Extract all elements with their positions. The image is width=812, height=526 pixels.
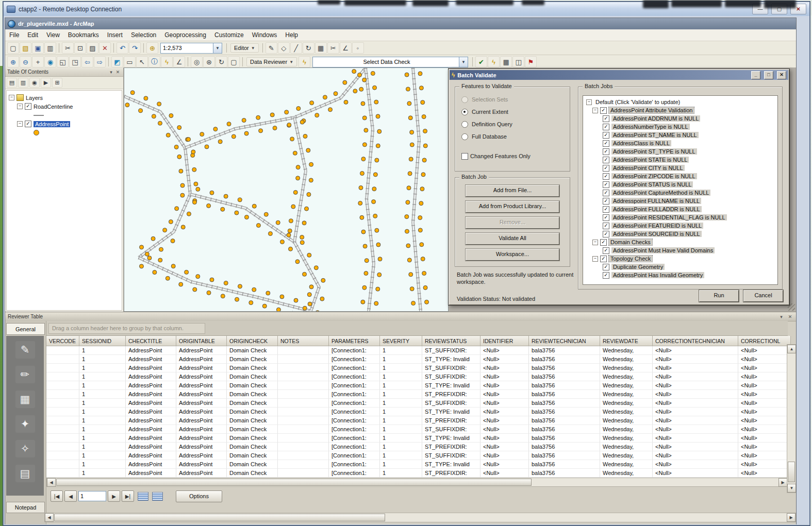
menu-windows[interactable]: Windows	[248, 30, 281, 40]
map-view[interactable]	[124, 67, 449, 312]
collapse-icon[interactable]: −	[586, 99, 592, 105]
table-row[interactable]: 1AddressPointAddressPointDomain Check[Co…	[46, 355, 788, 364]
tree-item[interactable]: ✓AddressPoint Must Have Valid Domains	[585, 246, 777, 254]
close-icon[interactable]: ✕	[114, 69, 121, 75]
paste-icon[interactable]: ▨	[87, 42, 98, 54]
column-header-vercode[interactable]: VERCODE	[46, 336, 79, 346]
measure-icon[interactable]: ∠	[173, 56, 185, 67]
collapse-icon[interactable]: −	[17, 104, 23, 109]
collapse-icon[interactable]: −	[592, 108, 598, 113]
goto-xy-icon[interactable]: ⊛	[203, 56, 215, 67]
table-row[interactable]: 1AddressPointAddressPointDomain Check[Co…	[46, 346, 788, 355]
redo-icon[interactable]: ↷	[129, 42, 141, 54]
pin-icon[interactable]: ▾	[108, 69, 114, 75]
add-data-icon[interactable]: ⊕	[146, 42, 158, 54]
column-header-checktitle[interactable]: CHECKTITLE	[126, 336, 176, 346]
select-data-check-value[interactable]	[313, 58, 459, 66]
checkbox-checked-icon[interactable]: ✓	[600, 256, 607, 262]
tree-item-default[interactable]: −Default (Click 'Validate' to update)	[585, 98, 777, 106]
collapse-icon[interactable]: −	[592, 256, 598, 262]
table-view-icon[interactable]	[138, 492, 148, 501]
radio-selection-sets[interactable]: Selection Sets	[455, 93, 570, 106]
last-record-button[interactable]: ▶|	[122, 490, 134, 502]
table-row[interactable]: 1AddressPointAddressPointDomain Check[Co…	[46, 416, 788, 425]
sketch-tool-icon[interactable]: ✎	[266, 42, 277, 54]
select-elements-icon[interactable]: ↖	[136, 56, 148, 67]
table-row[interactable]: 1AddressPointAddressPointDomain Check[Co…	[46, 451, 788, 460]
group-by-bar[interactable]: Drag a column header here to group by th…	[46, 321, 788, 336]
table-row[interactable]: 1AddressPointAddressPointDomain Check[Co…	[46, 434, 788, 443]
measure-edit-icon[interactable]: ∠	[340, 42, 352, 54]
reviewer-grid-icon[interactable]: ▦	[500, 56, 512, 67]
toc-item-roadcenterline[interactable]: −✓RoadCenterline	[7, 102, 122, 111]
menu-geoprocessing[interactable]: Geoprocessing	[160, 30, 210, 40]
scroll-thumb[interactable]	[788, 462, 795, 482]
pin-icon[interactable]: ▾	[778, 313, 785, 320]
open-icon[interactable]: ▧	[20, 42, 31, 54]
fixed-zoom-in-icon[interactable]: ◱	[57, 56, 69, 67]
tree-item[interactable]: ✓AddressPoint SOURCEID is NULL	[585, 230, 777, 238]
collapse-icon[interactable]: −	[592, 240, 598, 245]
lightning-icon[interactable]: ϟ	[488, 56, 500, 67]
menu-selection[interactable]: Selection	[127, 30, 160, 40]
tree-item[interactable]: ✓Addresspoint FULLNAME is NULL	[585, 197, 777, 205]
checkbox-checked-icon[interactable]: ✓	[603, 264, 609, 270]
menu-customize[interactable]: Customize	[210, 30, 248, 40]
record-number-input[interactable]	[78, 491, 106, 501]
line-icon[interactable]: ╱	[290, 42, 302, 54]
find-icon[interactable]: ◎	[191, 56, 203, 67]
save-icon[interactable]: ▣	[32, 42, 44, 54]
run-button[interactable]: Run	[699, 290, 739, 302]
checkbox-checked-icon[interactable]: ✓	[603, 165, 609, 172]
changed-features-checkbox-row[interactable]: Changed Features Only	[455, 150, 570, 162]
hand-icon[interactable]: ✦	[15, 415, 35, 433]
arcmap-titlebar[interactable]: dr_plugerville.mxd - ArcMap	[5, 18, 796, 29]
layer-symbol[interactable]	[7, 128, 122, 137]
close-button[interactable]: ✕	[777, 71, 786, 79]
checkbox-checked-icon[interactable]: ✓	[603, 198, 609, 205]
dialog-titlebar[interactable]: ϟ Batch Validate _ □ ✕	[450, 70, 788, 80]
tree-item[interactable]: ✓AddressClass is NULL	[585, 139, 777, 147]
radio-icon[interactable]	[461, 109, 468, 115]
scroll-thumb[interactable]	[56, 479, 532, 486]
select-features-icon[interactable]: ◩	[111, 56, 123, 67]
table-row[interactable]: 1AddressPointAddressPointDomain Check[Co…	[46, 390, 788, 399]
window-horizontal-scrollbar[interactable]: ◀ ▶	[44, 513, 796, 522]
column-header-origincheck[interactable]: ORIGINCHECK	[227, 336, 278, 346]
radio-full-database[interactable]: Full Database	[455, 130, 570, 143]
column-header-parameters[interactable]: PARAMETERS	[329, 336, 380, 346]
table-icon[interactable]: ▤	[15, 465, 35, 482]
record-number-value[interactable]	[79, 491, 105, 501]
hyperlink-icon[interactable]: ϟ	[161, 56, 173, 67]
clear-selection-icon[interactable]: ▭	[124, 56, 136, 67]
browse-results-icon[interactable]: ◫	[512, 56, 524, 67]
checkbox-checked-icon[interactable]: ✓	[603, 124, 609, 130]
column-header-correctionl[interactable]: CORRECTIONL	[738, 336, 791, 346]
workspace-button[interactable]: Workspace...	[466, 249, 559, 261]
back-icon[interactable]: ⇦	[81, 56, 93, 67]
column-header-origintable[interactable]: ORIGINTABLE	[176, 336, 227, 346]
list-by-visibility-icon[interactable]: ◉	[29, 78, 40, 88]
checkbox-checked-icon[interactable]: ✓	[603, 148, 609, 155]
snap-icon[interactable]: ◇	[278, 42, 290, 54]
checkbox-checked-icon[interactable]: ✓	[603, 206, 609, 213]
menu-view[interactable]: View	[42, 30, 64, 40]
tab-general[interactable]: General	[6, 323, 45, 335]
tree-item[interactable]: −✓AddressPoint Attribute Validation	[585, 106, 777, 114]
column-header-identifier[interactable]: IDENTIFIER	[480, 336, 529, 346]
options-icon[interactable]: ⊞	[52, 78, 62, 88]
tree-item[interactable]: ✓AddressPoint STATUS is NULL	[585, 180, 777, 189]
tree-item[interactable]: ✓AddressPoint FEATUREID is NULL	[585, 222, 777, 230]
scroll-down-icon[interactable]: ▼	[787, 484, 796, 493]
add-from-file-button[interactable]: Add from File...	[466, 185, 559, 197]
collapse-icon[interactable]: −	[17, 121, 23, 127]
checkbox-checked-icon[interactable]: ✓	[603, 231, 609, 237]
attributes-icon[interactable]: ▦	[315, 42, 327, 54]
tree-item[interactable]: ✓AddressPoint RESIDENTIAL_FLAG is NULL	[585, 213, 777, 222]
tree-item[interactable]: ✓AddressPoint ST_TYPE is NULL	[585, 147, 777, 156]
table-row[interactable]: 1AddressPointAddressPointDomain Check[Co…	[46, 381, 788, 390]
checkbox-checked-icon[interactable]: ✓	[603, 140, 609, 147]
checkbox-checked-icon[interactable]: ✓	[603, 247, 609, 254]
previous-record-button[interactable]: ◀	[64, 490, 77, 502]
scale-combo[interactable]: ▼	[160, 43, 222, 54]
